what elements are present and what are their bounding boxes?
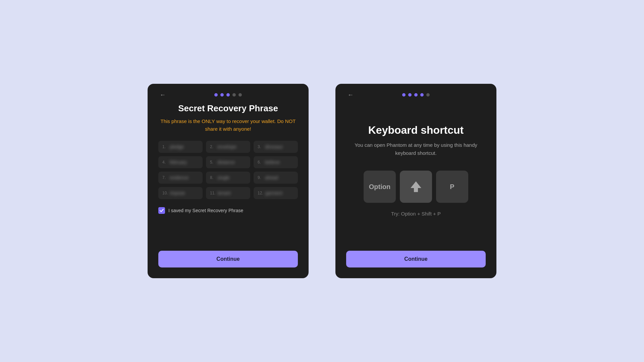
phrase-word-11: tenant	[218, 190, 231, 196]
checkmark-icon	[160, 209, 164, 212]
card1-back-button[interactable]: ←	[158, 90, 167, 100]
phrase-num-8: 8.	[210, 175, 215, 180]
phrase-num-1: 1.	[162, 144, 168, 149]
option-key: Option	[364, 171, 396, 203]
dot-1	[214, 93, 218, 97]
card1-continue-button[interactable]: Continue	[158, 251, 298, 267]
card2-header: ←	[346, 93, 486, 97]
phrase-word-7: evidence	[170, 175, 189, 180]
phrase-word-10: impose	[170, 190, 185, 196]
phrase-num-3: 3.	[258, 144, 263, 149]
phrase-word-12: garment	[265, 190, 282, 196]
shift-arrow-icon	[409, 179, 423, 194]
phrase-num-5: 5.	[210, 160, 215, 165]
phrase-cell-6: 6. believe	[254, 156, 298, 168]
phrase-cell-4: 4. february	[158, 156, 203, 168]
dot2-3	[414, 93, 418, 97]
phrase-num-6: 6.	[258, 160, 263, 165]
phrase-cell-5: 5. distance	[206, 156, 250, 168]
svg-marker-0	[411, 181, 421, 192]
phrase-cell-1: 1. pledge	[158, 141, 203, 153]
phrase-num-4: 4.	[162, 160, 168, 165]
phrase-cell-3: 3. dinosaur	[254, 141, 298, 153]
card2-continue-button[interactable]: Continue	[346, 251, 486, 267]
card1-header: ←	[158, 93, 298, 97]
phrase-num-2: 2.	[210, 144, 215, 149]
save-phrase-row: I saved my Secret Recovery Phrase	[158, 207, 298, 214]
dot-2	[220, 93, 224, 97]
phrase-cell-11: 11. tenant	[206, 187, 250, 199]
card2-description: You can open Phantom at any time by usin…	[346, 141, 486, 157]
phrase-word-8: single	[217, 175, 230, 180]
phrase-cell-12: 12. garment	[254, 187, 298, 199]
phrase-word-6: believe	[265, 160, 280, 165]
phrase-word-5: distance	[217, 160, 235, 165]
dot-5	[238, 93, 242, 97]
phrase-num-11: 11.	[210, 191, 216, 195]
dot-4	[232, 93, 236, 97]
phrase-word-4: february	[170, 160, 187, 165]
phrase-word-3: dinosaur	[265, 144, 283, 149]
phrase-num-12: 12.	[258, 191, 263, 195]
shift-key	[400, 171, 432, 203]
card1-warning: This phrase is the ONLY way to recover y…	[158, 118, 298, 133]
card2-back-button[interactable]: ←	[346, 90, 355, 100]
phrase-word-1: pledge	[170, 144, 184, 149]
dot2-4	[420, 93, 424, 97]
card2-title: Keyboard shortcut	[346, 124, 486, 136]
phrase-word-9: ahead	[265, 175, 278, 180]
phrase-cell-10: 10. impose	[158, 187, 203, 199]
card1-dots	[214, 93, 242, 97]
save-phrase-label: I saved my Secret Recovery Phrase	[168, 208, 243, 213]
card2-dots	[402, 93, 430, 97]
dot-3	[226, 93, 230, 97]
phrase-num-10: 10.	[162, 191, 168, 195]
dot2-2	[408, 93, 412, 97]
phrase-cell-8: 8. single	[206, 172, 250, 184]
save-phrase-checkbox[interactable]	[158, 207, 165, 214]
phrase-cell-7: 7. evidence	[158, 172, 203, 184]
phrase-num-9: 9.	[258, 175, 263, 180]
keyboard-shortcut-card: ← Keyboard shortcut You can open Phantom…	[335, 84, 496, 278]
phrase-num-7: 7.	[162, 175, 168, 180]
secret-recovery-card: ← Secret Recovery Phrase This phrase is …	[148, 84, 309, 278]
phrase-cell-9: 9. ahead	[254, 172, 298, 184]
shortcut-hint: Try: Option + Shift + P	[346, 211, 486, 217]
dot2-1	[402, 93, 406, 97]
shortcut-keys-row: Option P	[346, 171, 486, 203]
phrase-grid: 1. pledge 2. envelope 3. dinosaur 4. feb…	[158, 141, 298, 199]
dot2-5	[426, 93, 430, 97]
p-key: P	[436, 171, 468, 203]
phrase-cell-2: 2. envelope	[206, 141, 250, 153]
card1-title: Secret Recovery Phrase	[158, 103, 298, 114]
phrase-word-2: envelope	[217, 144, 236, 149]
